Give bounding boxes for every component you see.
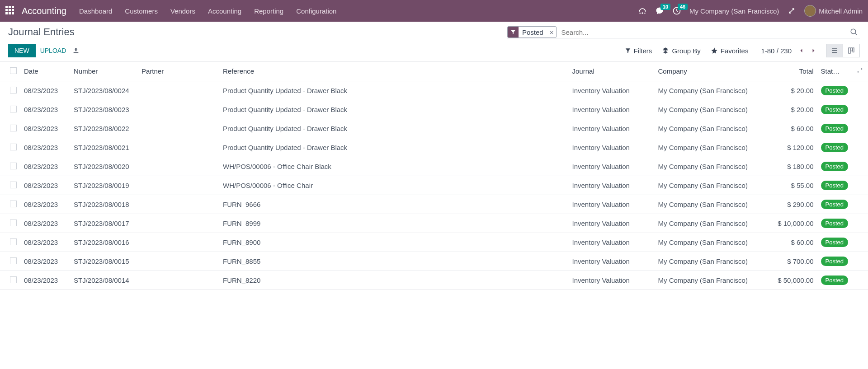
table-header-row: Date Number Partner Reference Journal Co… [0, 61, 868, 81]
cell-journal: Inventory Valuation [569, 176, 655, 195]
activities-icon[interactable]: 46 [672, 6, 681, 15]
col-total[interactable]: Total [768, 61, 817, 81]
search-input[interactable] [559, 27, 848, 38]
col-number[interactable]: Number [70, 61, 138, 81]
col-reference[interactable]: Reference [219, 61, 569, 81]
table-row[interactable]: 08/23/2023STJ/2023/08/0017FURN_8999Inven… [0, 214, 868, 233]
nav-dashboard[interactable]: Dashboard [79, 7, 112, 15]
filter-facet-remove[interactable]: × [547, 28, 557, 36]
cell-number: STJ/2023/08/0024 [70, 81, 138, 100]
row-checkbox[interactable] [10, 238, 17, 245]
shortcuts-icon[interactable] [638, 6, 647, 15]
row-checkbox[interactable] [10, 163, 17, 169]
row-checkbox[interactable] [10, 257, 17, 264]
upload-icon[interactable] [72, 47, 80, 54]
table-row[interactable]: 08/23/2023STJ/2023/08/0019WH/POS/00006 -… [0, 176, 868, 195]
cell-total: $ 10,000.00 [768, 214, 817, 233]
row-checkbox[interactable] [10, 220, 17, 226]
cell-company: My Company (San Francisco) [655, 252, 768, 271]
svg-line-5 [855, 33, 857, 35]
nav-accounting[interactable]: Accounting [208, 7, 241, 15]
cell-date: 08/23/2023 [20, 119, 70, 138]
cell-company: My Company (San Francisco) [655, 214, 768, 233]
select-all-checkbox[interactable] [10, 67, 17, 74]
cell-status: Posted [817, 138, 852, 157]
col-date[interactable]: Date [20, 61, 70, 81]
cell-reference: Product Quantity Updated - Drawer Black [219, 100, 569, 119]
table-row[interactable]: 08/23/2023STJ/2023/08/0018FURN_9666Inven… [0, 195, 868, 214]
pager-prev[interactable] [797, 46, 806, 56]
cell-company: My Company (San Francisco) [655, 81, 768, 100]
table-row[interactable]: 08/23/2023STJ/2023/08/0021Product Quanti… [0, 138, 868, 157]
apps-icon[interactable] [5, 6, 15, 16]
filters-dropdown[interactable]: Filters [625, 47, 652, 55]
pager-next[interactable] [809, 46, 818, 56]
nav-reporting[interactable]: Reporting [254, 7, 283, 15]
cell-date: 08/23/2023 [20, 233, 70, 252]
row-checkbox[interactable] [10, 106, 17, 112]
pager-value[interactable]: 1-80 / 230 [761, 47, 792, 55]
table-row[interactable]: 08/23/2023STJ/2023/08/0015FURN_8855Inven… [0, 252, 868, 271]
cell-total: $ 180.00 [768, 157, 817, 176]
cell-journal: Inventory Valuation [569, 157, 655, 176]
table-row[interactable]: 08/23/2023STJ/2023/08/0014FURN_8220Inven… [0, 271, 868, 290]
groupby-dropdown[interactable]: Group By [662, 47, 700, 55]
app-title[interactable]: Accounting [22, 6, 66, 16]
status-badge: Posted [821, 276, 848, 285]
user-menu[interactable]: Mitchell Admin [804, 5, 863, 17]
control-panel: Journal Entries Posted × NEW UPLOAD [0, 22, 868, 61]
cell-number: STJ/2023/08/0021 [70, 138, 138, 157]
cell-total: $ 290.00 [768, 195, 817, 214]
cell-date: 08/23/2023 [20, 157, 70, 176]
filter-icon [508, 27, 519, 37]
upload-button[interactable]: UPLOAD [40, 47, 66, 54]
nav-vendors[interactable]: Vendors [170, 7, 195, 15]
cell-status: Posted [817, 157, 852, 176]
row-checkbox[interactable] [10, 182, 17, 188]
table-row[interactable]: 08/23/2023STJ/2023/08/0022Product Quanti… [0, 119, 868, 138]
cell-status: Posted [817, 252, 852, 271]
cell-reference: FURN_9666 [219, 195, 569, 214]
col-journal[interactable]: Journal [569, 61, 655, 81]
search-icon[interactable] [848, 26, 860, 38]
cell-journal: Inventory Valuation [569, 214, 655, 233]
col-status[interactable]: Stat… [817, 61, 852, 81]
col-partner[interactable]: Partner [138, 61, 219, 81]
cell-date: 08/23/2023 [20, 176, 70, 195]
cell-reference: FURN_8999 [219, 214, 569, 233]
cell-date: 08/23/2023 [20, 138, 70, 157]
list-view-button[interactable] [826, 44, 843, 57]
table-row[interactable]: 08/23/2023STJ/2023/08/0020WH/POS/00006 -… [0, 157, 868, 176]
row-checkbox[interactable] [10, 125, 17, 131]
favorites-dropdown[interactable]: Favorites [711, 47, 749, 55]
row-checkbox[interactable] [10, 87, 17, 93]
topbar: Accounting Dashboard Customers Vendors A… [0, 0, 868, 22]
tools-icon[interactable] [787, 6, 796, 15]
user-name: Mitchell Admin [819, 7, 863, 15]
table-row[interactable]: 08/23/2023STJ/2023/08/0023Product Quanti… [0, 100, 868, 119]
row-checkbox[interactable] [10, 144, 17, 150]
company-switcher[interactable]: My Company (San Francisco) [689, 7, 779, 15]
table-row[interactable]: 08/23/2023STJ/2023/08/0016FURN_8900Inven… [0, 233, 868, 252]
cell-partner [138, 214, 219, 233]
row-checkbox[interactable] [10, 201, 17, 207]
messages-icon[interactable]: 10 [655, 6, 664, 15]
col-company[interactable]: Company [655, 61, 768, 81]
cell-status: Posted [817, 119, 852, 138]
status-badge: Posted [821, 219, 848, 228]
nav-customers[interactable]: Customers [125, 7, 158, 15]
cell-total: $ 60.00 [768, 119, 817, 138]
cell-number: STJ/2023/08/0014 [70, 271, 138, 290]
cell-company: My Company (San Francisco) [655, 157, 768, 176]
status-badge: Posted [821, 143, 848, 152]
nav-configuration[interactable]: Configuration [296, 7, 336, 15]
optional-columns-icon[interactable] [852, 61, 868, 81]
cell-journal: Inventory Valuation [569, 138, 655, 157]
status-badge: Posted [821, 257, 848, 266]
row-checkbox[interactable] [10, 276, 17, 283]
kanban-view-button[interactable] [843, 44, 860, 57]
table-row[interactable]: 08/23/2023STJ/2023/08/0024Product Quanti… [0, 81, 868, 100]
cell-reference: FURN_8900 [219, 233, 569, 252]
cell-company: My Company (San Francisco) [655, 233, 768, 252]
new-button[interactable]: NEW [8, 44, 36, 57]
